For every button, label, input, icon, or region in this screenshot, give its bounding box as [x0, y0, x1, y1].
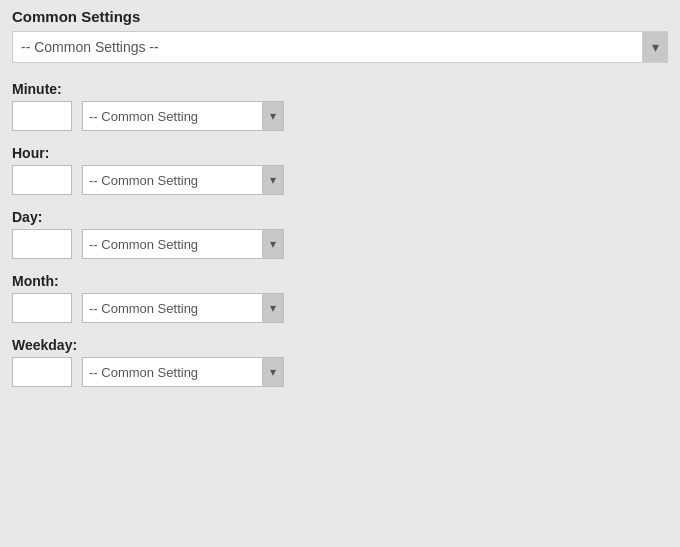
day-select-wrapper: -- Common Setting	[82, 229, 284, 259]
month-label: Month:	[12, 273, 668, 289]
minute-row: -- Common Setting	[12, 101, 668, 131]
weekday-label: Weekday:	[12, 337, 668, 353]
minute-select-wrapper: -- Common Setting	[82, 101, 284, 131]
day-select-arrow-icon[interactable]	[262, 229, 284, 259]
weekday-select-arrow-icon[interactable]	[262, 357, 284, 387]
weekday-select[interactable]: -- Common Setting	[82, 357, 262, 387]
hour-select[interactable]: -- Common Setting	[82, 165, 262, 195]
hour-select-wrapper: -- Common Setting	[82, 165, 284, 195]
hour-text-input[interactable]	[12, 165, 72, 195]
weekday-row: -- Common Setting	[12, 357, 668, 387]
month-select[interactable]: -- Common Setting	[82, 293, 262, 323]
weekday-text-input[interactable]	[12, 357, 72, 387]
day-label: Day:	[12, 209, 668, 225]
field-group-day: Day:-- Common Setting	[12, 209, 668, 259]
month-select-arrow-icon[interactable]	[262, 293, 284, 323]
fields-container: Minute:-- Common SettingHour:-- Common S…	[12, 81, 668, 387]
field-group-weekday: Weekday:-- Common Setting	[12, 337, 668, 387]
top-select-arrow-icon[interactable]	[642, 31, 668, 63]
hour-label: Hour:	[12, 145, 668, 161]
top-select-wrapper: -- Common Settings --	[12, 31, 668, 63]
field-group-hour: Hour:-- Common Setting	[12, 145, 668, 195]
month-row: -- Common Setting	[12, 293, 668, 323]
minute-text-input[interactable]	[12, 101, 72, 131]
field-group-month: Month:-- Common Setting	[12, 273, 668, 323]
common-settings-top-select[interactable]: -- Common Settings --	[12, 31, 642, 63]
field-group-minute: Minute:-- Common Setting	[12, 81, 668, 131]
day-text-input[interactable]	[12, 229, 72, 259]
minute-select[interactable]: -- Common Setting	[82, 101, 262, 131]
minute-label: Minute:	[12, 81, 668, 97]
day-row: -- Common Setting	[12, 229, 668, 259]
month-select-wrapper: -- Common Setting	[82, 293, 284, 323]
day-select[interactable]: -- Common Setting	[82, 229, 262, 259]
weekday-select-wrapper: -- Common Setting	[82, 357, 284, 387]
hour-row: -- Common Setting	[12, 165, 668, 195]
month-text-input[interactable]	[12, 293, 72, 323]
page-title: Common Settings	[12, 8, 668, 25]
minute-select-arrow-icon[interactable]	[262, 101, 284, 131]
hour-select-arrow-icon[interactable]	[262, 165, 284, 195]
